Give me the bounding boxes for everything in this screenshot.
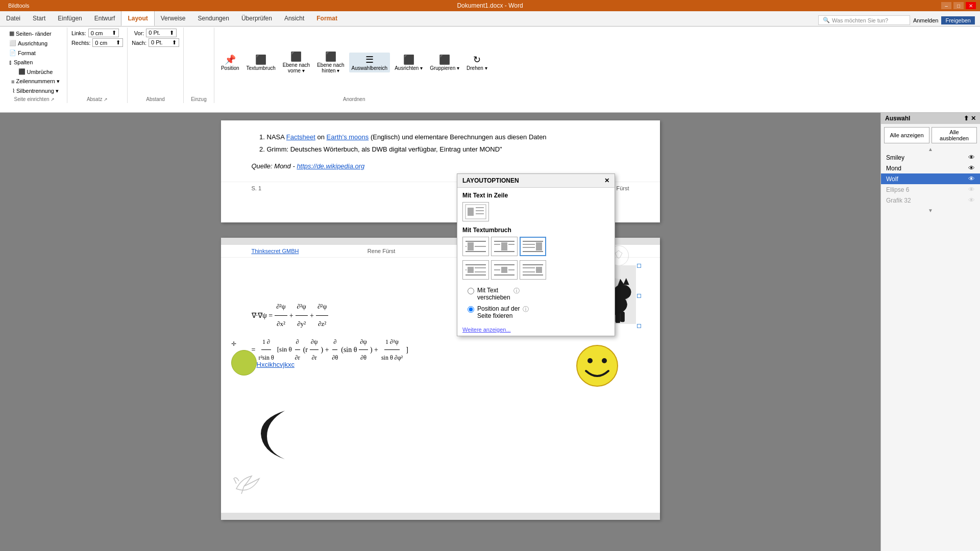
tab-start[interactable]: Start xyxy=(27,11,52,26)
textumbruch-icon: ⬛ xyxy=(255,54,266,65)
svg-point-11 xyxy=(613,285,631,299)
anmelden-btn[interactable]: Anmelden xyxy=(913,17,939,23)
eye-icon-grafik[interactable]: 👁 xyxy=(968,196,975,204)
auswahl-close-icon[interactable]: ✕ xyxy=(971,115,976,122)
close-btn[interactable]: ✕ xyxy=(966,2,976,9)
btn-textumbruch[interactable]: ⬛ Textumbruch xyxy=(244,53,278,72)
ausrichten-icon: ⬛ xyxy=(403,54,414,65)
format-icon: 📄 xyxy=(9,49,16,56)
btn-ausrichtung[interactable]: ⬜ Ausrichtung xyxy=(6,38,51,48)
bird-watermark xyxy=(226,468,262,503)
auswahl-scroll-down[interactable]: ▼ xyxy=(881,208,980,213)
textumbruch-icon-2[interactable] xyxy=(491,237,518,256)
btn-gruppieren[interactable]: ⬛ Gruppieren ▾ xyxy=(427,53,462,72)
auswahl-panel: Auswahl ⬆ ✕ Alle anzeigen Alle ausblende… xyxy=(880,113,980,551)
tab-datei[interactable]: Datei xyxy=(0,11,27,26)
btn-seitenraender[interactable]: ▦ Seiten- ränder xyxy=(6,29,55,38)
btn-ebene-hinten[interactable]: ⬛ Ebene nachhinten ▾ xyxy=(314,49,347,75)
label-links: Links: xyxy=(71,30,86,36)
tab-verweise[interactable]: Verweise xyxy=(155,11,192,26)
btn-ebene-vorne[interactable]: ⬛ Ebene nachvorne ▾ xyxy=(280,49,312,75)
btn-spalten[interactable]: ⫿ Spalten xyxy=(6,58,36,67)
textumbruch-icon-3[interactable] xyxy=(520,237,546,256)
layout-popup-close-btn[interactable]: ✕ xyxy=(604,177,609,184)
group-seite-einrichten: ▦ Seiten- ränder ⬜ Ausrichtung 📄 Format … xyxy=(2,28,67,103)
item-label-wolf: Wolf xyxy=(886,176,898,183)
btn-drehen[interactable]: ↻ Drehen ▾ xyxy=(464,53,490,72)
link-text[interactable]: Hxcikhcvjkxc xyxy=(257,361,295,368)
freigeben-btn[interactable]: Freigeben xyxy=(941,16,975,24)
label-vor: Vor: xyxy=(134,30,144,36)
eye-icon-wolf[interactable]: 👁 xyxy=(968,175,975,183)
eye-icon-mond[interactable]: 👁 xyxy=(968,164,975,172)
ribbon-body: ▦ Seiten- ränder ⬜ Ausrichtung 📄 Format … xyxy=(0,27,980,113)
list-item-1: NASA Factsheet on Earth's moons (Englisc… xyxy=(267,132,629,143)
radio-mit-text: Mit Textverschieben ⓘ xyxy=(462,285,609,303)
auswahl-item-grafik[interactable]: Grafik 32 👁 xyxy=(881,195,980,206)
tab-layout[interactable]: Layout xyxy=(121,11,154,26)
btn-ausrichten[interactable]: ⬛ Ausrichten ▾ xyxy=(392,53,425,72)
alle-anzeigen-btn[interactable]: Alle anzeigen xyxy=(884,127,929,143)
textumbruch-icon-5[interactable] xyxy=(491,260,518,280)
title-bar: Bildtools Dokument1.docx - Word – □ ✕ xyxy=(0,0,980,11)
input-links[interactable]: 0 cm xyxy=(91,30,103,36)
radio-position-input[interactable] xyxy=(468,306,474,313)
inline-icon-1[interactable] xyxy=(462,202,489,221)
moon-crescent xyxy=(257,406,303,462)
svg-point-19 xyxy=(587,358,593,363)
btn-zeilennummern[interactable]: ≡Zeilennummern ▾ xyxy=(8,77,63,86)
group-label-absatz: Absatz ↗ xyxy=(67,96,127,102)
auswahl-item-mond[interactable]: Mond 👁 xyxy=(881,163,980,173)
btn-umbrueche[interactable]: ⬛Umbrüche xyxy=(15,67,56,77)
info-icon-mit-text[interactable]: ⓘ xyxy=(513,287,520,295)
green-circle[interactable] xyxy=(231,350,257,375)
window-controls: – □ ✕ xyxy=(941,2,976,9)
radio-mit-text-input[interactable] xyxy=(468,288,474,294)
btn-auswahlbereich[interactable]: ☰ Auswahlbereich xyxy=(349,53,390,72)
auswahl-expand-icon[interactable]: ⬆ xyxy=(964,115,969,122)
auswahl-action-buttons: Alle anzeigen Alle ausblenden xyxy=(881,124,980,146)
btn-silbentrennung[interactable]: ⌇Silbentrennung ▾ xyxy=(9,86,62,96)
alle-ausblenden-btn[interactable]: Alle ausblenden xyxy=(932,127,977,143)
eye-icon-ellipse[interactable]: 👁 xyxy=(968,186,975,193)
tab-format[interactable]: Format xyxy=(310,11,344,26)
weitere-anzeigen-link[interactable]: Weitere anzeigen... xyxy=(457,323,615,336)
minimize-btn[interactable]: – xyxy=(941,2,951,9)
auswahl-header: Auswahl ⬆ ✕ xyxy=(881,113,980,124)
handle-mr[interactable] xyxy=(637,294,641,298)
link-container: Hxcikhcvjkxc xyxy=(257,360,295,370)
smiley-container[interactable] xyxy=(576,344,619,391)
moon-container[interactable] xyxy=(257,406,303,465)
window-title: Dokument1.docx - Word xyxy=(457,2,523,9)
input-nach[interactable]: 0 Pt. xyxy=(151,39,163,46)
handle-tr[interactable] xyxy=(637,264,641,268)
ebene-hinten-icon: ⬛ xyxy=(325,51,336,62)
auswahl-item-wolf[interactable]: Wolf 👁 xyxy=(881,173,980,184)
search-field[interactable]: Was möchten Sie tun? xyxy=(832,17,888,23)
textumbruch-icon-4[interactable] xyxy=(462,260,489,280)
svg-point-20 xyxy=(602,358,607,363)
tab-ansicht[interactable]: Ansicht xyxy=(278,11,310,26)
handle-br[interactable] xyxy=(637,324,641,328)
maximize-btn[interactable]: □ xyxy=(953,2,964,9)
tab-entwurf[interactable]: Entwurf xyxy=(88,11,121,26)
input-vor[interactable]: 0 Pt. xyxy=(149,30,160,36)
input-rechts[interactable]: 0 cm xyxy=(95,40,107,46)
eye-icon-smiley[interactable]: 👁 xyxy=(968,154,975,161)
auswahl-scroll-up[interactable]: ▲ xyxy=(881,146,980,152)
textumbruch-icon-1[interactable] xyxy=(462,237,489,256)
auswahl-item-smiley[interactable]: Smiley 👁 xyxy=(881,152,980,163)
btn-position[interactable]: 📌 Position xyxy=(218,53,242,72)
btn-format[interactable]: 📄 Format xyxy=(6,48,39,58)
auswahl-item-ellipse[interactable]: Ellipse 6 👁 xyxy=(881,184,980,195)
svg-rect-17 xyxy=(620,312,624,321)
tab-einfuegen[interactable]: Einfügen xyxy=(52,11,88,26)
svg-rect-36 xyxy=(536,242,542,251)
svg-rect-47 xyxy=(501,267,507,273)
tab-sendungen[interactable]: Sendungen xyxy=(191,11,235,26)
green-circle-container[interactable]: ✛ xyxy=(231,339,257,375)
info-icon-position[interactable]: ⓘ xyxy=(523,305,529,314)
label-nach: Nach: xyxy=(132,40,146,46)
textumbruch-icon-6[interactable] xyxy=(520,260,546,280)
tab-ueberpruefen[interactable]: Überprüfen xyxy=(235,11,278,26)
